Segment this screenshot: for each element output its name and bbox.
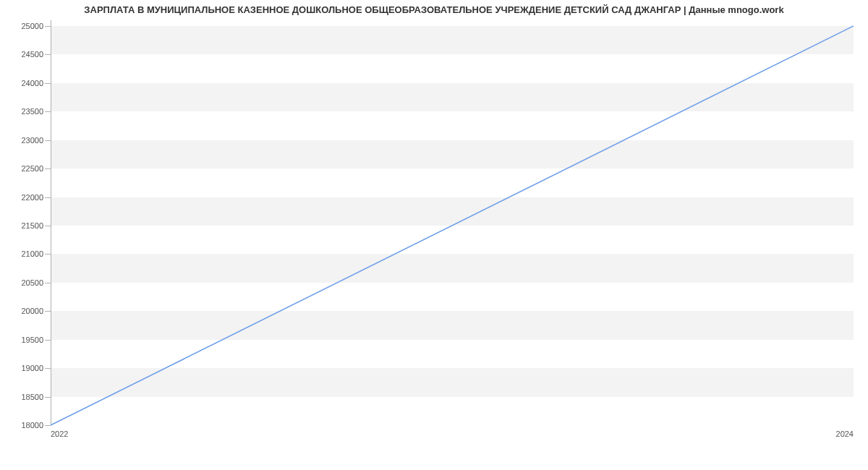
series-line	[51, 26, 854, 425]
y-tick-label: 21000	[21, 249, 51, 258]
salary-line-chart: ЗАРПЛАТА В МУНИЦИПАЛЬНОЕ КАЗЕННОЕ ДОШКОЛ…	[0, 0, 868, 448]
y-tick-label: 18500	[21, 393, 51, 401]
chart-title: ЗАРПЛАТА В МУНИЦИПАЛЬНОЕ КАЗЕННОЕ ДОШКОЛ…	[0, 4, 868, 15]
y-tick-label: 24500	[21, 50, 51, 59]
y-tick-label: 18000	[21, 421, 51, 430]
y-tick-label: 20000	[21, 307, 51, 315]
x-tick-label: 2022	[51, 425, 68, 438]
y-tick-label: 19000	[21, 364, 51, 372]
y-tick-label: 23000	[21, 136, 51, 145]
plot-area: 1800018500190001950020000205002100021500…	[51, 20, 854, 425]
y-tick-label: 23500	[21, 107, 51, 116]
y-tick-label: 20500	[21, 278, 51, 287]
y-tick-label: 22500	[21, 164, 51, 173]
y-tick-label: 25000	[21, 22, 51, 30]
y-tick-label: 19500	[21, 336, 51, 344]
x-tick-label: 2024	[836, 425, 854, 438]
y-tick-label: 24000	[21, 79, 51, 87]
y-tick-label: 21500	[21, 221, 51, 230]
line-layer	[51, 20, 854, 425]
y-tick-label: 22000	[21, 193, 51, 202]
